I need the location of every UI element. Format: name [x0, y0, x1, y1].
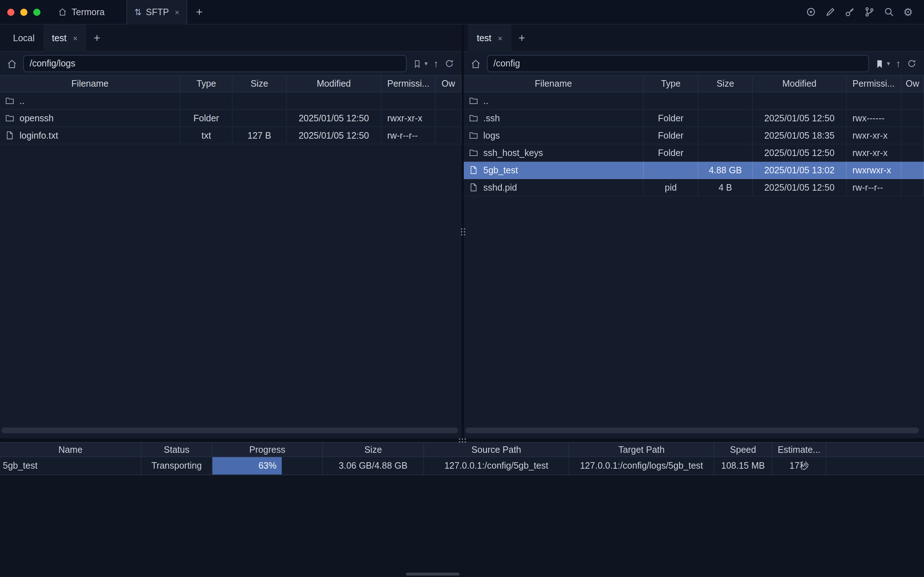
refresh-button[interactable] [444, 58, 455, 69]
modified [753, 92, 847, 109]
filename: 5gb_test [464, 162, 644, 178]
up-directory-button[interactable]: ↑ [896, 58, 901, 69]
h-scrollbar-thumb[interactable] [465, 427, 919, 433]
column-header[interactable]: Speed [714, 443, 772, 456]
pane-left: Local test × + ▾ ↑ FilenameTypeSizeModif… [0, 24, 462, 438]
home-button[interactable] [470, 58, 481, 69]
bottom-scrollbar-thumb[interactable] [406, 573, 460, 575]
column-header[interactable]: Size [698, 76, 753, 92]
type: txt [181, 127, 233, 144]
filename: openssh [0, 110, 181, 126]
column-header[interactable]: Size [323, 443, 424, 456]
h-scrollbar-thumb[interactable] [2, 427, 458, 433]
close-icon[interactable]: × [175, 8, 179, 16]
key-icon[interactable] [844, 6, 855, 18]
file-row[interactable]: opensshFolder2025/01/05 12:50rwxr-xr-x [0, 110, 462, 127]
column-header[interactable]: Status [142, 443, 213, 456]
column-header[interactable]: Filename [0, 76, 181, 92]
file-row[interactable]: sshd.pidpid4 B2025/01/05 12:50rw-r--r-- [464, 179, 924, 197]
column-header[interactable]: Target Path [569, 443, 714, 456]
column-header[interactable]: Type [644, 76, 698, 92]
search-icon[interactable] [883, 6, 894, 18]
filename-label: loginfo.txt [19, 131, 58, 140]
folder-icon [5, 113, 15, 123]
file-row[interactable]: .. [0, 92, 462, 110]
column-header[interactable]: Type [181, 76, 233, 92]
type [181, 92, 233, 109]
new-tab-button[interactable]: + [196, 5, 203, 18]
transfer-divider[interactable] [0, 438, 924, 442]
refresh-button[interactable] [907, 58, 917, 69]
traffic-light-minimize[interactable] [20, 8, 27, 16]
up-directory-button[interactable]: ↑ [434, 58, 439, 69]
branch-icon[interactable] [863, 6, 875, 18]
column-header[interactable]: Permissi... [847, 76, 901, 92]
path-input[interactable] [23, 55, 407, 72]
file-icon [469, 165, 478, 175]
pane-divider[interactable] [462, 24, 464, 438]
filename: ssh_host_keys [464, 144, 644, 161]
column-header[interactable]: Estimate... [772, 443, 826, 456]
close-icon[interactable]: × [73, 34, 77, 42]
termora-window: Termora ⇅ SFTP × + ⚙ [0, 0, 924, 577]
filename: .ssh [464, 110, 644, 126]
modified: 2025/01/05 12:50 [287, 110, 381, 126]
tab-test[interactable]: test × [44, 24, 86, 52]
tab-termora-label: Termora [71, 7, 105, 17]
record-icon[interactable] [805, 6, 816, 18]
column-header[interactable]: Modified [287, 76, 381, 92]
tab-local[interactable]: Local [4, 24, 44, 52]
tab-termora[interactable]: Termora [58, 0, 105, 24]
bookmark-icon[interactable] [413, 59, 422, 68]
column-header[interactable]: Progress [213, 443, 323, 456]
filename: .. [0, 92, 181, 109]
modified: 2025/01/05 18:35 [753, 127, 847, 144]
permissions: rwxrwxr-x [847, 162, 901, 178]
new-pane-tab-button[interactable]: + [94, 31, 100, 44]
modified: 2025/01/05 12:50 [287, 127, 381, 144]
bookmark-dropdown-icon[interactable]: ▾ [424, 60, 428, 67]
file-row[interactable]: 5gb_test4.88 GB2025/01/05 13:02rwxrwxr-x [464, 162, 924, 179]
home-button[interactable] [6, 58, 17, 69]
file-row[interactable]: ssh_host_keysFolder2025/01/05 12:50rwxr-… [464, 144, 924, 162]
transfer-row[interactable]: 5gb_testTransporting63%3.06 GB/4.88 GB12… [0, 457, 924, 475]
new-pane-tab-button[interactable]: + [518, 31, 525, 44]
column-header[interactable]: Source Path [424, 443, 569, 456]
file-row[interactable]: .sshFolder2025/01/05 12:50rwx------ [464, 110, 924, 127]
column-header-filler [826, 443, 924, 456]
titlebar: Termora ⇅ SFTP × + ⚙ [0, 0, 924, 24]
tab-test-remote[interactable]: test × [468, 24, 511, 52]
traffic-light-zoom[interactable] [33, 8, 40, 16]
column-header[interactable]: Name [0, 443, 142, 456]
file-row[interactable]: logsFolder2025/01/05 18:35rwxr-xr-x [464, 127, 924, 144]
column-header[interactable]: Modified [753, 76, 847, 92]
owner [901, 179, 924, 196]
pane-right: test × + ▾ ↑ FilenameTypeSizeModifiedPer… [464, 24, 924, 438]
column-header[interactable]: Ow [901, 76, 924, 92]
tab-sftp-label: SFTP [146, 7, 169, 17]
bookmark-dropdown-icon[interactable]: ▾ [887, 60, 890, 67]
owner [435, 110, 462, 126]
transfer-icon: ⇅ [134, 7, 142, 17]
close-icon[interactable]: × [498, 34, 503, 42]
tab-sftp[interactable]: ⇅ SFTP × [126, 0, 187, 24]
column-header[interactable]: Ow [435, 76, 462, 92]
permissions: rwx------ [847, 110, 901, 126]
settings-icon[interactable]: ⚙ [902, 6, 914, 18]
transfer-target-path: 127.0.0.1:/config/logs/5gb_test [569, 457, 714, 474]
path-input[interactable] [487, 55, 869, 72]
file-row[interactable]: .. [464, 92, 924, 110]
right-tabstrip: test × + [464, 24, 924, 52]
column-header[interactable]: Permissi... [381, 76, 435, 92]
edit-icon[interactable] [824, 6, 836, 18]
type: Folder [644, 110, 698, 126]
file-row[interactable]: loginfo.txttxt127 B2025/01/05 12:50rw-r-… [0, 127, 462, 144]
column-header[interactable]: Size [233, 76, 287, 92]
permissions: rwxr-xr-x [847, 144, 901, 161]
size [698, 127, 753, 144]
bookmark-icon[interactable] [875, 59, 885, 68]
permissions [381, 92, 435, 109]
traffic-light-close[interactable] [7, 8, 15, 16]
owner [435, 92, 462, 109]
column-header[interactable]: Filename [464, 76, 644, 92]
